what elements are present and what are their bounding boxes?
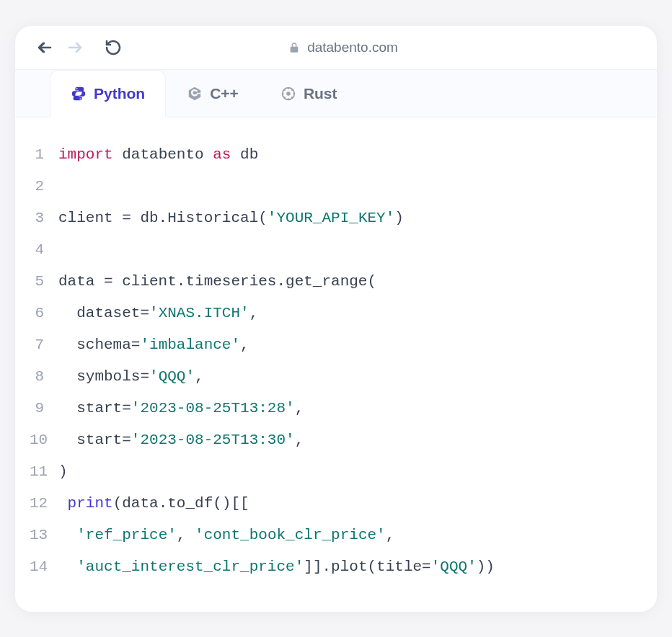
code-line: 6 dataset='XNAS.ITCH', xyxy=(30,298,642,329)
svg-point-8 xyxy=(284,89,286,90)
line-number: 3 xyxy=(30,202,58,234)
line-content: symbols='QQQ', xyxy=(58,361,642,393)
line-content: import databento as db xyxy=(58,139,642,171)
svg-point-3 xyxy=(286,92,291,96)
svg-point-7 xyxy=(293,92,294,94)
line-number: 11 xyxy=(30,456,58,488)
tab-label: Rust xyxy=(304,85,337,102)
line-number: 14 xyxy=(30,551,58,583)
line-content: ) xyxy=(58,456,642,488)
tab-label: Python xyxy=(94,85,145,102)
cpp-icon xyxy=(187,86,203,102)
svg-point-4 xyxy=(288,87,289,89)
line-number: 9 xyxy=(30,393,58,424)
line-number: 6 xyxy=(30,298,58,329)
line-content: start='2023-08-25T13:28', xyxy=(58,393,642,424)
line-content: start='2023-08-25T13:30', xyxy=(58,424,642,456)
line-number: 7 xyxy=(30,329,58,361)
line-number: 5 xyxy=(30,266,58,298)
code-line: 12 print(data.to_df()[[ xyxy=(30,488,642,520)
line-content: client = db.Historical('YOUR_API_KEY') xyxy=(58,202,642,234)
address-bar[interactable]: databento.com xyxy=(139,40,547,55)
language-tabs: Python C++ xyxy=(15,70,657,117)
svg-point-9 xyxy=(291,89,293,90)
reload-icon xyxy=(105,39,122,56)
url-text: databento.com xyxy=(307,40,398,55)
arrow-right-icon xyxy=(67,39,84,56)
line-number: 10 xyxy=(30,424,58,456)
svg-point-5 xyxy=(288,98,289,99)
line-number: 12 xyxy=(30,488,58,520)
code-line: 2 xyxy=(30,171,642,202)
line-content: schema='imbalance', xyxy=(58,329,642,361)
code-line: 4 xyxy=(30,234,642,266)
code-line: 9 start='2023-08-25T13:28', xyxy=(30,393,642,424)
arrow-left-icon xyxy=(35,39,53,56)
code-line: 3client = db.Historical('YOUR_API_KEY') xyxy=(30,202,642,234)
nav-buttons xyxy=(35,39,122,56)
tab-label: C++ xyxy=(210,85,239,102)
browser-toolbar: databento.com xyxy=(15,26,657,70)
line-number: 2 xyxy=(30,171,58,202)
back-button[interactable] xyxy=(35,39,53,56)
code-line: 8 symbols='QQQ', xyxy=(30,361,642,393)
rust-icon xyxy=(280,86,296,102)
code-editor[interactable]: 1import databento as db23client = db.His… xyxy=(15,117,657,612)
svg-point-11 xyxy=(291,96,293,97)
python-icon xyxy=(71,86,87,102)
code-line: 13 'ref_price', 'cont_book_clr_price', xyxy=(30,520,642,551)
line-content: print(data.to_df()[[ xyxy=(58,488,642,520)
line-content: 'ref_price', 'cont_book_clr_price', xyxy=(58,520,642,551)
line-content: data = client.timeseries.get_range( xyxy=(58,266,642,298)
line-number: 1 xyxy=(30,139,58,171)
svg-point-10 xyxy=(284,96,286,97)
reload-button[interactable] xyxy=(105,39,122,56)
code-line: 1import databento as db xyxy=(30,139,642,171)
code-line: 14 'auct_interest_clr_price']].plot(titl… xyxy=(30,551,642,583)
svg-point-6 xyxy=(282,92,283,94)
line-number: 8 xyxy=(30,361,58,393)
tab-python[interactable]: Python xyxy=(50,70,166,117)
browser-window: databento.com Python C++ xyxy=(14,25,658,612)
lock-icon xyxy=(288,42,300,53)
line-number: 4 xyxy=(30,234,58,266)
forward-button xyxy=(67,39,84,56)
code-line: 11) xyxy=(30,456,642,488)
tab-cpp[interactable]: C++ xyxy=(166,70,260,117)
code-line: 7 schema='imbalance', xyxy=(30,329,642,361)
tab-rust[interactable]: Rust xyxy=(260,70,358,117)
line-content: dataset='XNAS.ITCH', xyxy=(58,298,642,329)
code-line: 10 start='2023-08-25T13:30', xyxy=(30,424,642,456)
line-content: 'auct_interest_clr_price']].plot(title='… xyxy=(58,551,642,583)
code-line: 5data = client.timeseries.get_range( xyxy=(30,266,642,298)
line-number: 13 xyxy=(30,520,58,551)
